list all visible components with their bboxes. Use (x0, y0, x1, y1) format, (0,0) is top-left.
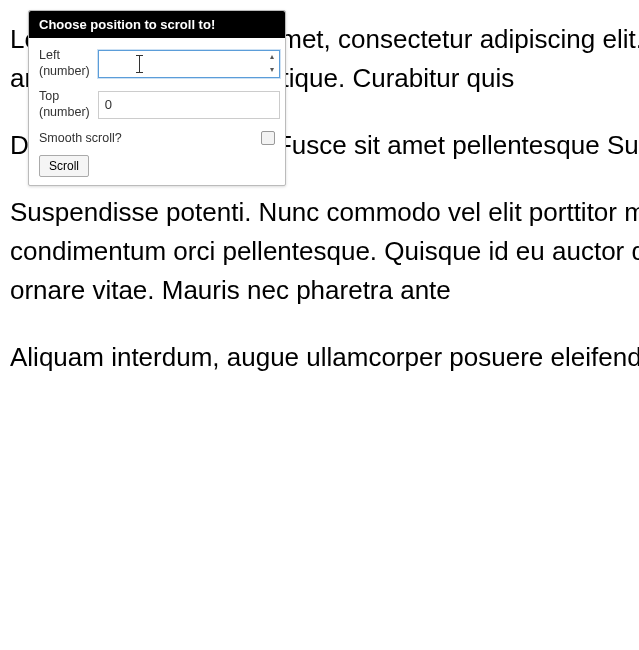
top-field-row: Top (number) (39, 89, 275, 120)
paragraph-4: Aliquam interdum, augue ullamcorper posu… (10, 338, 639, 377)
left-field-row: Left (number) ▴ ▾ (39, 48, 275, 79)
left-input-wrap: ▴ ▾ (98, 50, 280, 78)
popup-body: Left (number) ▴ ▾ Top (number) Smooth sc… (29, 38, 285, 185)
top-label: Top (number) (39, 89, 90, 120)
smooth-scroll-row: Smooth scroll? (39, 131, 275, 145)
scroll-button[interactable]: Scroll (39, 155, 89, 177)
paragraph-3: Suspendisse potenti. Nunc commodo vel el… (10, 193, 639, 310)
top-input[interactable] (98, 91, 280, 119)
scroll-position-popup: Choose position to scroll to! Left (numb… (28, 10, 286, 186)
left-label: Left (number) (39, 48, 90, 79)
left-input[interactable] (98, 50, 280, 78)
smooth-scroll-checkbox[interactable] (261, 131, 275, 145)
popup-title: Choose position to scroll to! (29, 11, 285, 38)
smooth-scroll-label: Smooth scroll? (39, 131, 122, 145)
